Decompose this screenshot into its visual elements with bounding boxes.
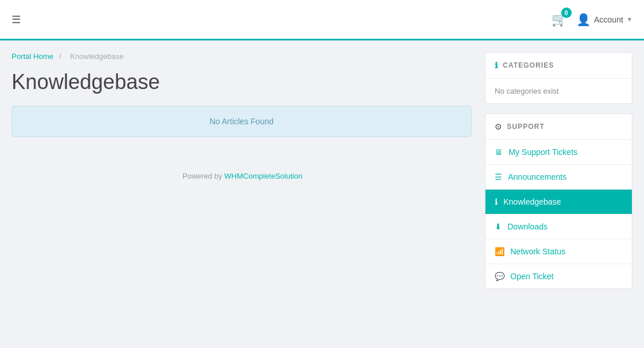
- tickets-label: My Support Tickets: [509, 147, 577, 157]
- knowledgebase-label: Knowledgebase: [503, 197, 561, 206]
- sidebar-item-knowledgebase[interactable]: ℹ Knowledgebase: [485, 190, 632, 214]
- support-label: SUPPORT: [507, 123, 544, 131]
- categories-label: CATEGORIES: [503, 61, 554, 69]
- account-icon: 👤: [576, 13, 591, 27]
- sidebar-item-network-status[interactable]: 📶 Network Status: [485, 239, 632, 264]
- sidebar: ℹ CATEGORIES No categories exist ⊙ SUPPO…: [485, 52, 632, 298]
- announcements-label: Announcements: [508, 172, 566, 182]
- hamburger-icon[interactable]: ☰: [12, 13, 21, 26]
- network-status-label: Network Status: [510, 247, 565, 256]
- knowledgebase-icon: ℹ: [495, 197, 498, 206]
- breadcrumb-separator: /: [59, 52, 61, 61]
- powered-by-link[interactable]: WHMCompleteSolution: [225, 172, 303, 180]
- network-status-icon: 📶: [495, 247, 505, 256]
- cart-button[interactable]: 🛒 0: [551, 12, 567, 27]
- announcements-icon: ☰: [495, 172, 502, 182]
- header-left: ☰: [12, 13, 21, 26]
- sidebar-item-announcements[interactable]: ☰ Announcements: [485, 165, 632, 190]
- support-icon: ⊙: [495, 122, 502, 131]
- tickets-icon: 🖥: [495, 147, 503, 157]
- categories-section: ℹ CATEGORIES No categories exist: [485, 52, 632, 104]
- support-title: ⊙ SUPPORT: [485, 114, 632, 140]
- info-icon: ℹ: [495, 61, 498, 70]
- sidebar-item-tickets[interactable]: 🖥 My Support Tickets: [485, 140, 632, 165]
- breadcrumb-current: Knowledgebase: [70, 52, 124, 61]
- no-categories-text: No categories exist: [485, 79, 632, 103]
- sidebar-item-downloads[interactable]: ⬇ Downloads: [485, 214, 632, 239]
- page-title: Knowledgebase: [12, 70, 473, 94]
- breadcrumb: Portal Home / Knowledgebase: [12, 52, 473, 61]
- categories-title: ℹ CATEGORIES: [485, 53, 632, 79]
- no-articles-box: No Articles Found: [12, 106, 472, 137]
- header: ☰ 🛒 0 👤 Account ▼: [0, 0, 644, 40]
- powered-by-text: Powered by: [182, 172, 224, 180]
- cart-badge: 0: [561, 8, 572, 18]
- powered-by: Powered by WHMCompleteSolution: [12, 172, 473, 180]
- chevron-down-icon: ▼: [627, 16, 632, 23]
- header-right: 🛒 0 👤 Account ▼: [551, 12, 633, 27]
- downloads-icon: ⬇: [495, 222, 502, 231]
- breadcrumb-home-link[interactable]: Portal Home: [12, 52, 53, 61]
- account-label: Account: [594, 15, 624, 24]
- main-content: Portal Home / Knowledgebase Knowledgebas…: [0, 40, 644, 310]
- sidebar-item-open-ticket[interactable]: 💬 Open Ticket: [485, 264, 632, 288]
- no-articles-message: No Articles Found: [209, 117, 274, 126]
- account-button[interactable]: 👤 Account ▼: [576, 13, 633, 27]
- support-section: ⊙ SUPPORT 🖥 My Support Tickets ☰ Announc…: [485, 113, 632, 289]
- content-area: Portal Home / Knowledgebase Knowledgebas…: [12, 52, 473, 298]
- open-ticket-label: Open Ticket: [510, 272, 554, 281]
- open-ticket-icon: 💬: [495, 272, 505, 281]
- downloads-label: Downloads: [507, 222, 547, 231]
